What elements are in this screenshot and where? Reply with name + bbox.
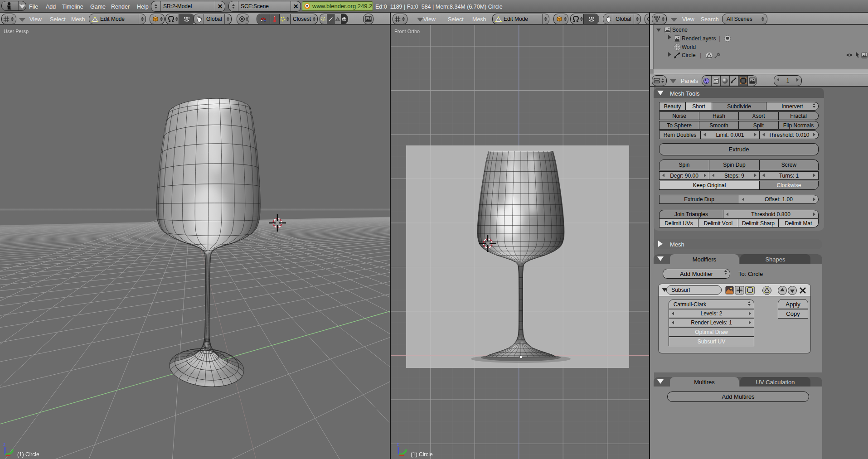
svg-text:z: z bbox=[397, 442, 399, 447]
svg-text:z: z bbox=[3, 442, 5, 447]
svg-text:User Persp: User Persp bbox=[4, 29, 29, 34]
svg-text:(1) Circle: (1) Circle bbox=[17, 451, 39, 458]
svg-text:(1) Circle: (1) Circle bbox=[411, 451, 433, 458]
svg-text:Front Ortho: Front Ortho bbox=[394, 29, 420, 34]
